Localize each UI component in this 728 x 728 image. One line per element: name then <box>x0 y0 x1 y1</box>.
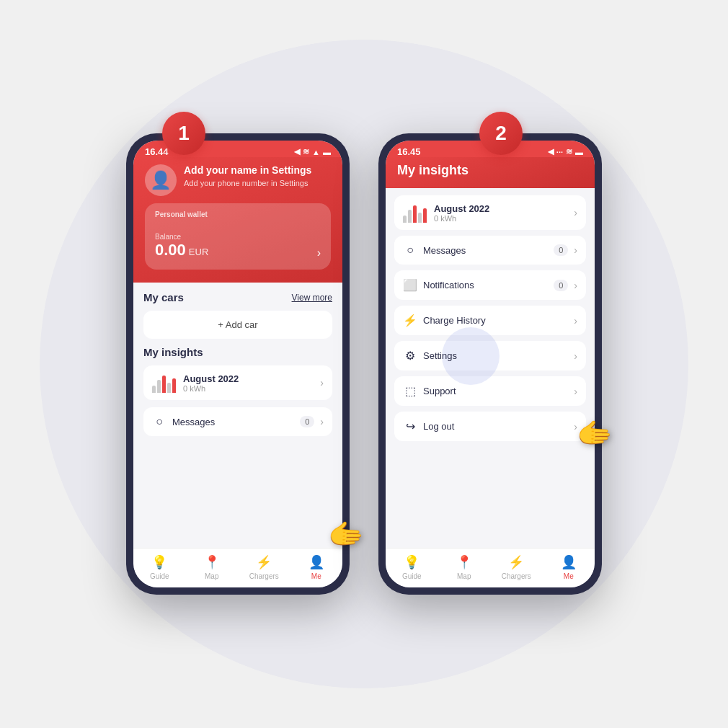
support-icon: ⬚ <box>403 384 417 398</box>
step-2-label: 2 <box>495 122 507 145</box>
insight-chart-1 <box>152 373 176 393</box>
messages-arrow-2: › <box>574 244 577 256</box>
insight-arrow-icon-2: › <box>574 207 577 218</box>
phone-1-screen: 16.44 ◀ ≋ ▲ ▬ 👤 <box>133 141 342 587</box>
guide-icon-2: 💡 <box>404 554 420 570</box>
phone-1: 16.44 ◀ ≋ ▲ ▬ 👤 <box>126 133 350 595</box>
nav-map-2[interactable]: 📍 Map <box>438 549 491 587</box>
signal-icon-2: ≋ <box>566 147 572 156</box>
map-icon-1: 📍 <box>204 554 220 570</box>
messages-label-2: Messages <box>423 245 548 256</box>
chargers-label-2: Chargers <box>502 572 531 580</box>
messages-badge-1: 0 <box>300 416 314 427</box>
notifications-row[interactable]: ⬜ Notifications 0 › <box>394 270 586 300</box>
nav-me-1[interactable]: 👤 Me <box>290 549 343 587</box>
message-icon-1: ○ <box>152 415 167 428</box>
wallet-balance-info: Balance 0.00 EUR <box>155 233 208 259</box>
settings-icon: ⚙ <box>403 349 417 363</box>
my-insights-header: My insights <box>143 346 332 358</box>
phone-2-title: My insights <box>397 163 583 178</box>
wallet-amount-row: 0.00 EUR <box>155 241 208 259</box>
dots-icon-2: ··· <box>556 148 563 156</box>
chargers-label-1: Chargers <box>249 572 279 580</box>
guide-label-2: Guide <box>402 572 422 580</box>
me-label-1: Me <box>311 572 321 580</box>
view-more-link[interactable]: View more <box>292 293 332 303</box>
nav-map-1[interactable]: 📍 Map <box>186 549 239 587</box>
messages-row-2[interactable]: ○ Messages 0 › <box>394 236 586 265</box>
bottom-nav-2: 💡 Guide 📍 Map ⚡ Chargers 👤 <box>386 548 595 587</box>
nav-me-2[interactable]: 👤 Me <box>543 549 595 587</box>
insight-card-1[interactable]: August 2022 0 kWh › <box>143 365 332 400</box>
insight-kwh-1: 0 kWh <box>183 384 313 393</box>
chart-bar <box>418 213 422 223</box>
insight-chart-2 <box>403 203 427 223</box>
insight-arrow-icon-1: › <box>320 377 324 389</box>
me-label-2: Me <box>564 572 574 580</box>
phone-2-screen: 16.45 ◀ ··· ≋ ▬ My insights <box>386 141 595 587</box>
settings-row[interactable]: ⚙ Settings › <box>394 341 586 370</box>
chart-bar <box>157 380 161 393</box>
battery-icon-2: ▬ <box>575 148 583 156</box>
support-row[interactable]: ⬚ Support › <box>394 376 586 406</box>
me-icon-2: 👤 <box>561 554 577 570</box>
step-2-badge: 2 <box>479 112 523 155</box>
add-car-button[interactable]: + Add car <box>143 311 332 339</box>
chart-bar-active <box>162 376 166 393</box>
phones-container: 1 2 16.44 ◀ ≋ ▲ ▬ <box>126 133 602 595</box>
phone-1-body: My cars View more + Add car My insights <box>133 283 342 548</box>
logout-icon: ↪ <box>403 420 417 433</box>
step-1-label: 1 <box>178 122 190 145</box>
phone-2: 16.45 ◀ ··· ≋ ▬ My insights <box>378 133 602 595</box>
messages-badge-2: 0 <box>554 244 568 256</box>
wallet-currency: EUR <box>189 247 208 257</box>
chart-bar-active <box>423 208 427 223</box>
messages-label-1: Messages <box>172 417 294 427</box>
logout-arrow: › <box>574 421 577 432</box>
status-time-2: 16.45 <box>397 146 421 157</box>
status-icons-2: ◀ ··· ≋ ▬ <box>548 147 583 156</box>
wallet-arrow-icon[interactable]: › <box>317 247 321 259</box>
status-icons-1: ◀ ≋ ▲ ▬ <box>294 147 331 156</box>
phone-2-body: August 2022 0 kWh › ○ Messages 0 › <box>386 188 595 548</box>
insight-month-1: August 2022 <box>183 373 313 384</box>
status-time-1: 16.44 <box>145 146 169 157</box>
chart-bar <box>152 386 156 393</box>
phone-2-wrapper: 16.45 ◀ ··· ≋ ▬ My insights <box>378 133 602 595</box>
charge-icon: ⚡ <box>403 314 417 327</box>
charge-history-row[interactable]: ⚡ Charge History › <box>394 306 586 335</box>
insight-month-2: August 2022 <box>434 203 567 214</box>
wallet-amount: 0.00 <box>155 241 186 259</box>
me-icon-1: 👤 <box>308 554 324 570</box>
settings-arrow: › <box>574 350 577 362</box>
step-1-badge: 1 <box>162 112 205 155</box>
user-info: Add your name in Settings Add your phone… <box>184 164 311 187</box>
signal-icon-1: ≋ <box>303 147 309 156</box>
background-circle: 1 2 16.44 ◀ ≋ ▲ ▬ <box>40 40 688 688</box>
wallet-label: Personal wallet <box>155 210 321 218</box>
messages-row-1[interactable]: ○ Messages 0 › <box>143 407 332 436</box>
chart-bar <box>408 210 412 223</box>
charge-history-arrow: › <box>574 315 577 327</box>
wifi-icon-1: ▲ <box>312 148 320 156</box>
location-icon-2: ◀ <box>548 147 554 156</box>
nav-guide-1[interactable]: 💡 Guide <box>133 549 186 587</box>
user-icon: 👤 <box>150 170 172 190</box>
nav-chargers-1[interactable]: ⚡ Chargers <box>238 549 290 587</box>
logout-label: Log out <box>423 421 568 432</box>
avatar: 👤 <box>145 164 177 196</box>
chart-bar-active <box>172 378 176 393</box>
nav-chargers-2[interactable]: ⚡ Chargers <box>490 549 543 587</box>
bottom-nav-1: 💡 Guide 📍 Map ⚡ Chargers 👤 <box>133 548 342 587</box>
wallet-card[interactable]: Personal wallet Balance 0.00 EUR › <box>145 203 331 270</box>
chart-bar-active <box>413 205 417 223</box>
messages-arrow-icon-1: › <box>320 416 324 427</box>
settings-label: Settings <box>423 350 568 361</box>
logout-row[interactable]: ↪ Log out › <box>394 412 586 441</box>
nav-guide-2[interactable]: 💡 Guide <box>386 549 438 587</box>
notifications-label: Notifications <box>423 280 548 290</box>
battery-icon-1: ▬ <box>323 148 331 156</box>
insight-card-2[interactable]: August 2022 0 kWh › <box>394 195 586 230</box>
support-arrow: › <box>574 386 577 397</box>
chart-bar <box>403 216 407 223</box>
